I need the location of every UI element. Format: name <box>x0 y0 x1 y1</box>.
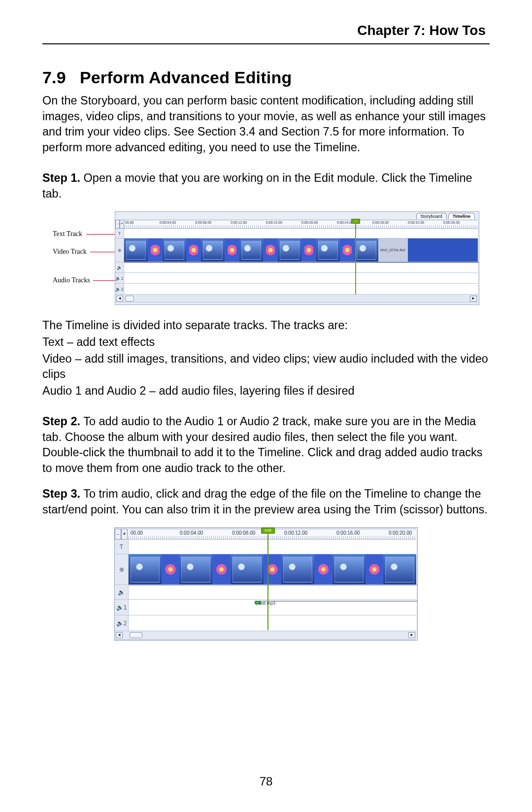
trim-handle-icon[interactable]: ⇔ <box>254 597 260 608</box>
scroll-thumb[interactable] <box>130 632 142 638</box>
audio-track-1[interactable]: 🔉1 <box>115 273 478 284</box>
tracks-video-line: Video – add still images, transitions, a… <box>42 351 490 382</box>
video-track-icon: ⊕ <box>115 238 124 262</box>
transition-thumb[interactable] <box>366 554 383 584</box>
callout-video-track: Video Track <box>53 248 87 256</box>
step-1-text: Open a movie that you are working on in … <box>42 171 472 200</box>
audio2-icon: 🔉2 <box>115 615 129 631</box>
audio1-icon: 🔉1 <box>115 273 124 283</box>
video-thumb[interactable] <box>124 238 148 262</box>
playhead-grip[interactable]: 0:00 <box>261 528 275 534</box>
step-3-label: Step 3. <box>42 487 80 500</box>
video-track-icon: ⊕ <box>115 554 129 584</box>
audio-track-2[interactable]: 🔉2 <box>115 284 478 295</box>
video-track[interactable]: ⊕ <box>115 554 416 585</box>
video-thumb[interactable] <box>278 238 301 262</box>
transition-thumb[interactable] <box>225 238 239 262</box>
text-track[interactable]: T <box>115 229 478 238</box>
tab-storyboard[interactable]: Storyboard <box>416 213 447 219</box>
video-thumb[interactable] <box>383 554 416 584</box>
playhead[interactable]: 0:00 <box>267 529 268 630</box>
time-ruler[interactable]: 00.00 0:00:04.00 0:00:08.00 0:00:12.00 0… <box>124 220 478 229</box>
step-3: Step 3. To trim audio, click and drag th… <box>42 486 490 517</box>
video-audio-icon: 🔉 <box>115 585 129 599</box>
timeline-scrollbar[interactable]: ◄ ► <box>115 295 478 303</box>
video-thumb[interactable] <box>179 554 212 584</box>
transition-thumb[interactable] <box>264 554 281 584</box>
text-track-icon: T <box>115 540 129 554</box>
zoom-in-button[interactable]: + <box>120 220 124 229</box>
transition-thumb[interactable] <box>162 554 179 584</box>
audio1-icon: 🔉1 <box>115 600 129 615</box>
callout-leader <box>93 280 115 281</box>
video-thumb[interactable] <box>355 238 378 262</box>
playhead[interactable]: 1 <box>355 220 356 295</box>
transition-thumb[interactable] <box>301 238 316 262</box>
transition-thumb[interactable] <box>148 238 163 262</box>
volume-envelope[interactable] <box>129 585 418 585</box>
step-1: Step 1. Open a movie that you are workin… <box>42 170 490 202</box>
zoom-out-button[interactable]: - <box>115 220 120 229</box>
timeline-tabs: Storyboard Timeline <box>415 213 475 219</box>
zoom-out-button[interactable]: - <box>115 529 121 540</box>
step-2-label: Step 2. <box>42 415 80 428</box>
scroll-left-icon[interactable]: ◄ <box>116 296 123 302</box>
transition-thumb[interactable] <box>263 238 278 262</box>
transition-thumb[interactable] <box>314 554 332 584</box>
figure-timeline-labeled: Text Track Video Track Audio Tracks Stor… <box>53 211 479 305</box>
text-track[interactable]: T <box>115 540 416 554</box>
section-title: Perform Advanced Editing <box>80 68 292 87</box>
callout-audio-tracks: Audio Tracks <box>53 276 90 284</box>
scroll-left-icon[interactable]: ◄ <box>116 632 123 638</box>
video-audio-icon: 🔉 <box>115 262 124 272</box>
video-thumb[interactable] <box>332 554 366 584</box>
tracks-intro: The Timeline is divided into separate tr… <box>42 318 490 334</box>
scroll-thumb[interactable] <box>125 296 134 302</box>
video-clip-strip[interactable]: MVI_0734.AVI <box>124 238 408 262</box>
section-number: 7.9 <box>42 68 66 87</box>
step-2-text: To add audio to the Audio 1 or Audio 2 t… <box>42 415 483 474</box>
audio2-icon: 🔉2 <box>115 284 124 294</box>
video-thumb[interactable] <box>231 554 264 584</box>
audio-clip-label: dust.mp3 <box>257 601 275 606</box>
transition-thumb[interactable] <box>340 238 355 262</box>
video-thumb[interactable] <box>281 554 314 584</box>
timeline-panel: Storyboard Timeline - + 00.00 0:00:04.00… <box>115 211 479 305</box>
section-heading: 7.9Perform Advanced Editing <box>42 68 490 87</box>
chapter-header: Chapter 7: How Tos <box>42 23 490 44</box>
video-audio-track[interactable]: 🔉 <box>115 585 416 600</box>
callout-leader <box>90 252 115 252</box>
video-track[interactable]: ⊕ <box>115 238 478 262</box>
transition-thumb[interactable] <box>212 554 230 584</box>
audio-track-1[interactable]: 🔉1 dust.mp3 ⇔ <box>115 600 416 615</box>
video-thumb[interactable] <box>129 554 162 584</box>
callout-text-track: Text Track <box>53 230 82 238</box>
intro-paragraph: On the Storyboard, you can perform basic… <box>42 93 490 156</box>
scroll-right-icon[interactable]: ► <box>408 632 415 638</box>
audio-track-2[interactable]: 🔉2 <box>115 615 416 631</box>
callout-leader <box>86 234 115 235</box>
transition-thumb[interactable] <box>186 238 201 262</box>
video-thumb[interactable] <box>201 238 225 262</box>
video-thumb[interactable] <box>163 238 186 262</box>
text-track-icon: T <box>115 229 124 238</box>
step-2: Step 2. To add audio to the Audio 1 or A… <box>42 414 490 476</box>
timeline-scrollbar[interactable]: ◄ ► <box>115 631 416 640</box>
tracks-text-line: Text – add text effects <box>42 335 490 350</box>
step-3-text: To trim audio, click and drag the edge o… <box>42 487 488 516</box>
scroll-right-icon[interactable]: ► <box>470 296 477 302</box>
audio-clip[interactable]: dust.mp3 ⇔ <box>255 601 418 602</box>
zoom-in-button[interactable]: + <box>121 529 128 540</box>
step-1-label: Step 1. <box>42 171 80 184</box>
page-number: 78 <box>0 775 532 788</box>
video-audio-track[interactable]: 🔉 <box>115 262 478 273</box>
tab-timeline[interactable]: Timeline <box>448 213 475 219</box>
tracks-audio-line: Audio 1 and Audio 2 – add audio files, l… <box>42 383 490 399</box>
playhead-grip[interactable]: 1 <box>351 219 360 224</box>
figure-timeline-zoomed: - + 00.00 0:00:04.00 0:00:08.00 0:00:12.… <box>114 527 418 641</box>
video-clip-tail[interactable]: MVI_0734.AVI <box>378 238 408 262</box>
video-thumb[interactable] <box>316 238 340 262</box>
video-thumb[interactable] <box>239 238 263 262</box>
